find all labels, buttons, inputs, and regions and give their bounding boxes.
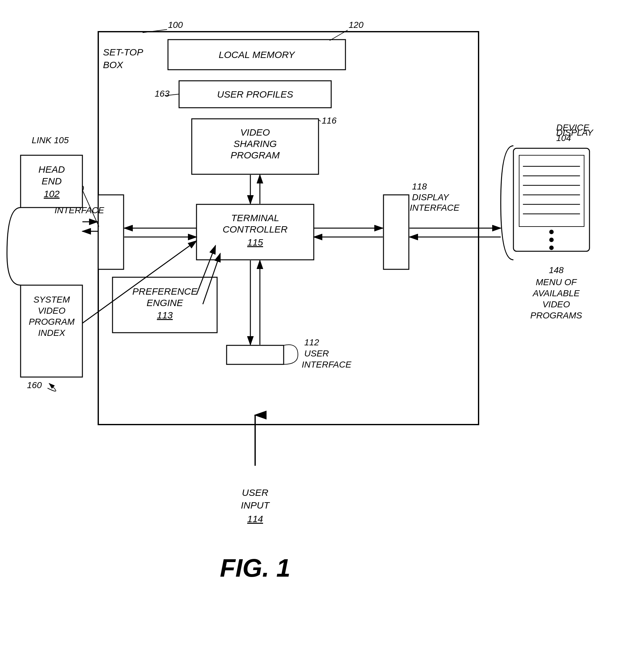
svg-text:SET-TOP: SET-TOP	[103, 47, 143, 57]
menu-text3: VIDEO	[542, 299, 570, 309]
dd-text2: DEVICE	[556, 123, 590, 133]
svg-text:BOX: BOX	[103, 59, 123, 70]
ref-160-text: 160	[27, 380, 42, 390]
he-ref: 102	[44, 189, 59, 199]
ref-120-text: 120	[349, 20, 364, 30]
svpi-text4: INDEX	[38, 328, 66, 338]
di-ref-text: 118	[412, 181, 427, 191]
ui-text1: USER	[304, 349, 329, 358]
menu-text1: MENU OF	[536, 277, 577, 287]
ui-text2: INTERFACE	[302, 360, 351, 369]
vsp-text2: SHARING	[233, 138, 277, 149]
ui-input-ref: 114	[247, 513, 263, 524]
svg-point-88	[549, 246, 554, 250]
ui-input-text2: INPUT	[241, 500, 270, 510]
local-memory-text: LOCAL MEMORY	[219, 49, 295, 60]
fig-title-text: FIG. 1	[220, 554, 290, 582]
pe-text1: PREFERENCE	[132, 286, 197, 297]
pe-text2: ENGINE	[146, 298, 183, 308]
menu-text4: PROGRAMS	[530, 311, 582, 320]
svpi-text3: PROGRAM	[29, 317, 75, 327]
tc-ref: 115	[247, 237, 263, 247]
svg-point-87	[549, 238, 554, 242]
menu-ref-text: 148	[549, 265, 564, 275]
vsp-text1: VIDEO	[240, 127, 270, 138]
svg-text:100: 100	[168, 20, 183, 30]
pe-ref: 113	[157, 310, 173, 320]
he-text2: END	[41, 176, 62, 186]
svg-rect-66	[383, 195, 409, 269]
ref-116-text: 116	[322, 116, 336, 125]
he-text1: HEAD	[38, 164, 65, 175]
tc-text2: CONTROLLER	[223, 224, 288, 234]
ui-ref-text: 112	[304, 337, 319, 347]
user-profiles-text: USER PROFILES	[217, 89, 293, 100]
svg-rect-69	[227, 345, 284, 364]
menu-text2: AVAILABLE	[532, 288, 580, 298]
diagram-container: SET-TOP BOX 100 LOCAL MEMORY 120 USER PR…	[0, 0, 644, 666]
di-text1: DISPLAY	[412, 192, 450, 202]
di-text2: INTERFACE	[410, 203, 459, 213]
ref-163-text: 163	[155, 89, 170, 99]
svpi-text2: VIDEO	[38, 306, 65, 316]
ui-input-text1: USER	[242, 487, 268, 498]
svg-point-86	[549, 230, 554, 234]
svpi-text1: SYSTEM	[33, 295, 70, 304]
tc-text1: TERMINAL	[231, 213, 279, 223]
link-text: LINK 105	[32, 135, 69, 145]
vsp-text3: PROGRAM	[230, 150, 280, 160]
